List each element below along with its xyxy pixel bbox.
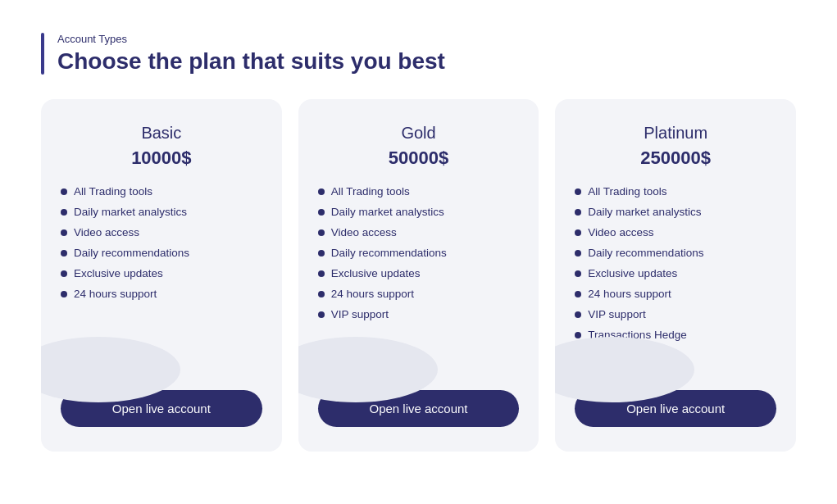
bullet-icon [318,311,325,318]
card-gold-features: All Trading toolsDaily market analystics… [318,185,520,366]
list-item: All Trading tools [575,185,776,198]
bullet-icon [61,250,67,257]
feature-label: All Trading tools [74,185,152,198]
card-basic-name: Basic [61,124,262,143]
card-gold-price: 50000$ [318,148,520,169]
card-basic-features: All Trading toolsDaily market analystics… [61,185,262,366]
header-section: Account Types Choose the plan that suits… [41,33,796,75]
list-item: Daily recommendations [318,247,520,259]
list-item: Daily market analystics [318,206,520,218]
feature-label: Daily recommendations [588,247,703,259]
list-item: VIP support [318,308,520,320]
bullet-icon [575,311,581,318]
feature-label: Daily recommendations [74,247,189,259]
feature-label: Daily recommendations [331,247,447,259]
card-gold: Gold50000$All Trading toolsDaily market … [298,99,539,452]
bullet-icon [575,332,581,338]
feature-label: 24 hours support [588,288,671,300]
list-item: Video access [318,226,520,238]
bullet-icon [575,229,581,236]
bullet-icon [575,250,581,257]
list-item: Daily market analystics [575,206,776,218]
card-platinum-price: 250000$ [575,148,776,169]
open-live-account-button-basic[interactable]: Open live account [61,390,262,427]
bullet-icon [61,229,67,236]
bullet-icon [318,250,325,257]
card-basic-price: 10000$ [61,148,262,169]
card-platinum-name: Platinum [575,124,776,143]
feature-label: Daily market analystics [588,206,701,218]
list-item: Daily market analystics [61,206,262,218]
feature-label: VIP support [331,308,389,320]
list-item: 24 hours support [575,288,776,300]
bullet-icon [61,291,67,297]
feature-label: Video access [74,226,139,238]
open-live-account-button-gold[interactable]: Open live account [318,390,520,427]
bullet-icon [61,188,67,195]
list-item: 24 hours support [318,288,520,300]
header-border [41,33,44,75]
bullet-icon [318,270,325,277]
list-item: Exclusive updates [318,267,520,279]
feature-label: VIP support [588,308,645,320]
bullet-icon [575,270,581,277]
cards-container: Basic10000$All Trading toolsDaily market… [41,99,796,452]
feature-label: 24 hours support [74,288,157,300]
card-platinum-features: All Trading toolsDaily market analystics… [575,185,776,366]
bullet-icon [61,270,67,277]
bullet-icon [575,291,581,297]
header-text: Account Types Choose the plan that suits… [57,33,445,75]
list-item: Video access [61,226,262,238]
header-subtitle: Account Types [57,33,445,45]
card-basic: Basic10000$All Trading toolsDaily market… [41,99,282,452]
list-item: All Trading tools [61,185,262,198]
feature-label: Video access [588,226,653,238]
list-item: Daily recommendations [61,247,262,259]
page-title: Choose the plan that suits you best [57,48,445,75]
feature-label: Exclusive updates [588,267,677,279]
feature-label: Daily market analystics [331,206,444,218]
card-platinum: Platinum250000$All Trading toolsDaily ma… [555,99,796,452]
bullet-icon [575,209,581,216]
list-item: Video access [575,226,776,238]
feature-label: Exclusive updates [74,267,163,279]
feature-label: Video access [331,226,397,238]
feature-label: Exclusive updates [331,267,421,279]
feature-label: Transactions Hedge [588,329,686,341]
list-item: All Trading tools [318,185,520,198]
open-live-account-button-platinum[interactable]: Open live account [575,390,776,427]
list-item: Transactions Hedge [575,329,776,341]
bullet-icon [318,209,325,216]
list-item: Exclusive updates [575,267,776,279]
feature-label: All Trading tools [588,185,666,198]
list-item: 24 hours support [61,288,262,300]
bullet-icon [318,188,325,195]
card-gold-name: Gold [318,124,520,143]
list-item: Daily recommendations [575,247,776,259]
bullet-icon [575,188,581,195]
feature-label: Daily market analystics [74,206,187,218]
list-item: VIP support [575,308,776,320]
bullet-icon [61,209,67,216]
feature-label: 24 hours support [331,288,414,300]
bullet-icon [318,291,325,297]
list-item: Exclusive updates [61,267,262,279]
bullet-icon [318,229,325,236]
feature-label: All Trading tools [331,185,410,198]
